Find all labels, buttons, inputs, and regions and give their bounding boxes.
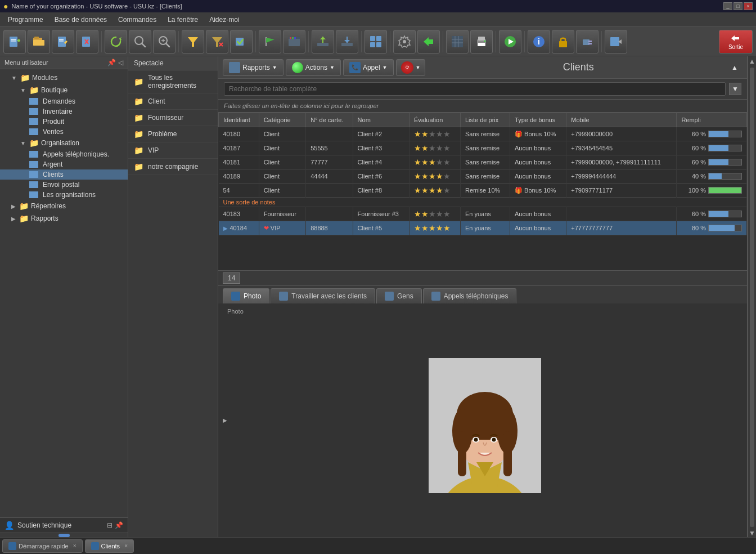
table-row[interactable]: 40181 Client 77777 Client #4 ★★★★★ Sans …	[219, 155, 747, 169]
table-row[interactable]: 40180 Client Client #2 ★★★★★ Sans remise…	[219, 127, 747, 141]
grid-button[interactable]	[364, 30, 387, 53]
window-controls[interactable]: _ □ ×	[723, 2, 753, 10]
tab-photo[interactable]: Photo	[223, 288, 269, 303]
refresh-button[interactable]	[105, 30, 127, 53]
tree-boutique[interactable]: ▼ 📁 Boutique	[0, 84, 128, 96]
search-dropdown-button[interactable]: ▼	[729, 83, 741, 95]
spec-item-all[interactable]: 📁 Tous les enregistrements	[128, 70, 218, 93]
tree-rapports[interactable]: ▶ 📁 Rapports	[0, 212, 128, 225]
lock-button[interactable]	[552, 30, 574, 53]
rapports-button[interactable]: Rapports ▼	[223, 59, 284, 76]
tab-travailler[interactable]: Travailler avec les clients	[271, 288, 375, 303]
spec-item-compagnie[interactable]: 📁 notre compagnie	[128, 159, 218, 175]
spec-item-fournisseur[interactable]: 📁 Fournisseur	[128, 110, 218, 126]
dropdown-icon: ▼	[330, 65, 335, 70]
tab-gens[interactable]: Gens	[376, 288, 422, 303]
search-button[interactable]	[129, 30, 151, 53]
edit-button[interactable]	[52, 30, 74, 53]
scroll-down-button[interactable]: ▼	[749, 529, 755, 537]
plugin-button[interactable]	[576, 30, 598, 53]
sidebar-item-ventes[interactable]: Ventes	[0, 127, 128, 137]
menu-help[interactable]: Aidez-moi	[204, 14, 245, 25]
sidebar-item-inventaire[interactable]: Inventaire	[0, 106, 128, 117]
sidebar-item-envoi[interactable]: Envoi postal	[0, 180, 128, 190]
support-minimize-button[interactable]: ⊟	[107, 521, 112, 529]
taskbar-tab-demarrage[interactable]: Démarrage rapide ×	[2, 539, 83, 553]
actions-button[interactable]: Actions ▼	[286, 59, 341, 76]
download-button[interactable]	[336, 30, 358, 53]
new-button[interactable]	[3, 30, 26, 53]
upload-button[interactable]	[312, 30, 334, 53]
sidebar-item-appels[interactable]: Appels téléphoniques.	[0, 149, 128, 159]
table-row-note: Une sorte de notes	[219, 198, 747, 207]
table-row[interactable]: 54 Client Client #8 ★★★★★ Remise 10% 🎁 B…	[219, 184, 747, 198]
import-button[interactable]	[605, 30, 627, 53]
spec-item-probleme[interactable]: 📁 Problème	[128, 126, 218, 142]
search-input[interactable]	[224, 82, 726, 96]
filter2-button[interactable]	[206, 30, 228, 53]
spec-item-client[interactable]: 📁 Client	[128, 93, 218, 110]
cell-bonus: 🎁 Bonus 10%	[510, 184, 566, 198]
content-scroll-up[interactable]: ▲	[731, 64, 742, 72]
play-button[interactable]	[499, 30, 521, 53]
progress-fill	[709, 211, 728, 217]
filter-button[interactable]	[182, 30, 204, 53]
table-row[interactable]: 40189 Client 44444 Client #6 ★★★★★ Sans …	[219, 169, 747, 184]
sidebar-pin-button[interactable]: 📌	[107, 59, 116, 66]
close-demarrage-button[interactable]: ×	[73, 543, 76, 549]
star-empty-icon: ★	[436, 129, 443, 138]
tree-modules[interactable]: ▼ 📁 Modules	[0, 72, 128, 84]
image-button[interactable]	[283, 30, 305, 53]
close-clients-button[interactable]: ×	[124, 543, 128, 549]
tree-organisation[interactable]: ▼ 📁 Organisation	[0, 137, 128, 149]
sidebar-item-clients[interactable]: Clients	[0, 169, 128, 180]
menu-database[interactable]: Base de données	[49, 14, 112, 25]
sidebar-item-argent[interactable]: Argent	[0, 159, 128, 169]
svg-rect-8	[58, 37, 66, 47]
table-row[interactable]: 40183 Fournisseur Fournisseur #3 ★★★★★ E…	[219, 207, 747, 221]
toolbar-sep-6	[390, 31, 390, 52]
sidebar-item-demandes[interactable]: Demandes	[0, 96, 128, 106]
panel-expand-button[interactable]: ▶	[223, 308, 227, 533]
svg-rect-7	[33, 40, 44, 46]
menu-window[interactable]: La fenêtre	[162, 14, 204, 25]
flag-button[interactable]	[259, 30, 281, 53]
exit-button[interactable]: Sortie	[719, 30, 753, 53]
menu-programme[interactable]: Programme	[2, 14, 49, 25]
cell-id: 40189	[219, 169, 259, 184]
table-row[interactable]: 40187 Client 55555 Client #3 ★★★★★ Sans …	[219, 141, 747, 155]
minimize-button[interactable]: _	[723, 2, 732, 10]
table-row[interactable]: ▶40184 ❤ VIP 88888 Client #5 ★★★★★ En yu…	[219, 221, 747, 235]
cell-card: 55555	[306, 141, 353, 155]
tree-repertoires[interactable]: ▶ 📁 Répertoires	[0, 200, 128, 212]
table-button[interactable]	[446, 30, 469, 53]
main-toolbar: i Sortie	[0, 27, 756, 56]
support-pin-button[interactable]: 📌	[115, 521, 123, 529]
search2-button[interactable]	[153, 30, 176, 53]
sidebar-item-produit[interactable]: Produit	[0, 117, 128, 127]
settings-button[interactable]	[393, 30, 416, 53]
col-nom: Nom	[353, 113, 409, 127]
delete-button[interactable]	[76, 30, 98, 53]
data-table-container[interactable]: Identifiant Catégorie N° de carte. Nom É…	[218, 113, 747, 270]
appel-button[interactable]: 📞 Appel ▼	[343, 59, 394, 76]
open-button[interactable]	[28, 30, 50, 53]
sidebar-minimize-button[interactable]: ◁	[118, 59, 123, 66]
clock-button[interactable]: ⏱ ▼	[396, 59, 426, 76]
sidebar-item-organisations[interactable]: Les organisations	[0, 190, 128, 200]
close-button[interactable]: ×	[744, 2, 753, 10]
info-button[interactable]: i	[528, 30, 550, 53]
taskbar-tab-clients[interactable]: Clients ×	[85, 539, 134, 553]
maximize-button[interactable]: □	[734, 2, 742, 10]
svg-rect-73	[460, 412, 510, 440]
print-button[interactable]	[470, 30, 493, 53]
scroll-up-button[interactable]: ▲	[749, 57, 755, 65]
star-filled-icon: ★	[436, 224, 443, 233]
tab-appels[interactable]: Appels téléphoniques	[423, 288, 517, 303]
spec-item-vip[interactable]: 📁 VIP	[128, 142, 218, 159]
check-button[interactable]	[230, 30, 253, 53]
export-button[interactable]	[417, 30, 440, 53]
menu-commandes[interactable]: Commandes	[112, 14, 162, 25]
cell-category: ❤ VIP	[259, 221, 305, 235]
page-number[interactable]: 14	[223, 272, 240, 284]
